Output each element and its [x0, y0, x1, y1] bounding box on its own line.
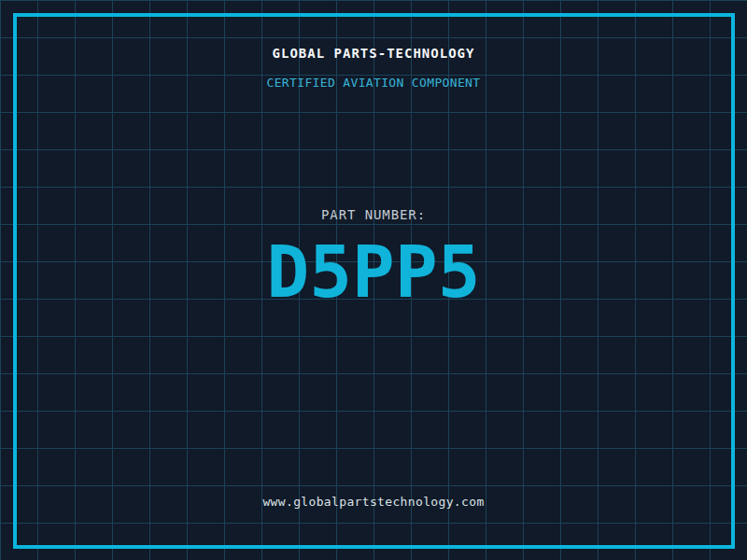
part-number-value: D5PP5 [0, 235, 747, 310]
certificate-page: GLOBAL PARTS-TECHNOLOGY CERTIFIED AVIATI… [0, 0, 747, 560]
website-url: www.globalpartstechnology.com [0, 495, 747, 509]
certification-subtitle: CERTIFIED AVIATION COMPONENT [0, 76, 747, 90]
brand-title: GLOBAL PARTS-TECHNOLOGY [0, 46, 747, 61]
part-number-label: PART NUMBER: [0, 207, 747, 222]
